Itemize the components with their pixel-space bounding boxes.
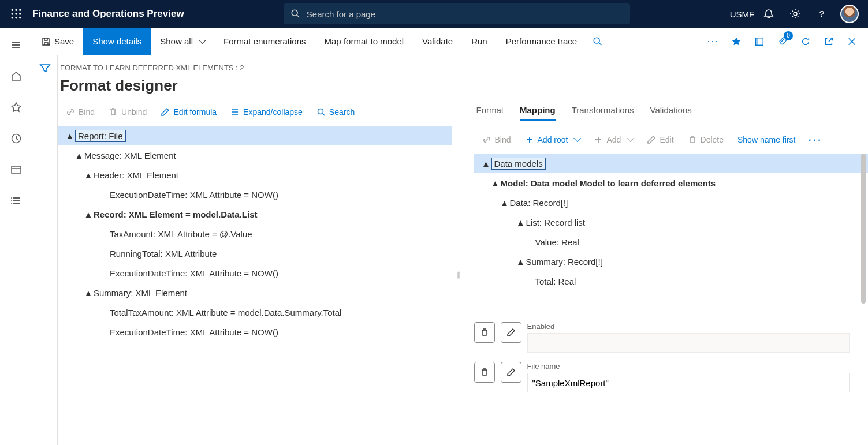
caret-icon[interactable]: ▲ xyxy=(83,210,94,219)
validate-button[interactable]: Validate xyxy=(413,28,462,55)
close-button[interactable] xyxy=(840,28,863,55)
nav-hamburger[interactable] xyxy=(7,36,25,54)
svg-point-0 xyxy=(12,9,13,11)
tree-node[interactable]: ▲Data models xyxy=(474,154,869,173)
tree-node[interactable]: Total: Real xyxy=(474,271,869,291)
tab-mapping[interactable]: Mapping xyxy=(520,104,556,121)
caret-icon[interactable]: ▲ xyxy=(83,288,94,298)
tree-node[interactable]: ▲Message: XML Element xyxy=(58,145,452,165)
settings-icon[interactable] xyxy=(783,0,808,28)
clear-enabled-button[interactable] xyxy=(474,322,495,343)
caret-icon[interactable]: ▲ xyxy=(83,170,94,180)
add-button: Add xyxy=(588,132,639,148)
bind-button: Bind xyxy=(476,132,517,148)
pane-splitter[interactable] xyxy=(456,104,461,445)
search-button[interactable]: Search xyxy=(311,104,360,120)
enabled-field[interactable] xyxy=(527,333,850,353)
caret-icon[interactable]: ▲ xyxy=(490,178,501,188)
performance-trace-button[interactable]: Performance trace xyxy=(497,28,586,55)
map-format-to-model-button[interactable]: Map format to model xyxy=(315,28,413,55)
overflow-menu[interactable]: ··· xyxy=(702,28,725,55)
link-icon xyxy=(66,107,75,117)
nav-modules-icon[interactable] xyxy=(7,192,25,210)
overflow-menu[interactable]: ··· xyxy=(803,132,826,147)
caret-icon[interactable]: ▲ xyxy=(516,218,526,227)
svg-point-16 xyxy=(11,200,12,201)
svg-point-9 xyxy=(292,10,297,16)
filename-label: File name xyxy=(527,362,850,371)
unbind-button: Unbind xyxy=(103,104,152,120)
tree-node[interactable]: ▲Summary: Record[!] xyxy=(474,252,869,271)
app-launcher[interactable] xyxy=(5,0,28,28)
svg-text:?: ? xyxy=(819,9,824,18)
office-icon[interactable] xyxy=(748,28,771,55)
tree-node[interactable]: ▲Summary: XML Element xyxy=(58,283,452,302)
tree-node[interactable]: ▲Report: File xyxy=(58,126,452,145)
user-avatar[interactable] xyxy=(840,5,859,23)
find-button[interactable] xyxy=(586,28,609,55)
edit-button: Edit xyxy=(641,132,679,148)
edit-filename-button[interactable] xyxy=(501,362,521,383)
chevron-down-icon xyxy=(624,135,633,144)
mapping-tree[interactable]: ▲Data models ▲Model: Data model Model to… xyxy=(474,154,869,291)
format-tree[interactable]: ▲Report: File ▲Message: XML Element ▲Hea… xyxy=(58,126,452,342)
tree-node[interactable]: TaxAmount: XML Attribute = @.Value xyxy=(58,224,452,244)
svg-point-11 xyxy=(794,12,797,16)
plus-icon xyxy=(594,135,603,144)
refresh-button[interactable] xyxy=(794,28,817,55)
tree-node[interactable]: ▲Record: XML Element = model.Data.List xyxy=(58,204,452,224)
attachments-button[interactable]: 0 xyxy=(771,28,794,55)
run-button[interactable]: Run xyxy=(462,28,497,55)
options-icon[interactable] xyxy=(725,28,748,55)
tree-node[interactable]: ▲Header: XML Element xyxy=(58,165,452,185)
tree-node[interactable]: Value: Real xyxy=(474,232,869,252)
tree-node[interactable]: ▲List: Record list xyxy=(474,212,869,232)
filter-icon[interactable] xyxy=(39,62,51,445)
caret-icon[interactable]: ▲ xyxy=(481,159,491,169)
tree-node[interactable]: ExecutionDateTime: XML Attribute = NOW() xyxy=(58,322,452,342)
notifications-icon[interactable] xyxy=(756,0,781,28)
pencil-icon xyxy=(506,328,516,337)
clear-filename-button[interactable] xyxy=(474,362,495,383)
caret-icon[interactable]: ▲ xyxy=(516,257,526,267)
global-search[interactable] xyxy=(284,3,630,24)
caret-icon[interactable]: ▲ xyxy=(500,198,510,208)
plus-icon xyxy=(525,135,534,144)
help-icon[interactable]: ? xyxy=(809,0,835,28)
show-details-button[interactable]: Show details xyxy=(83,28,151,55)
show-all-button[interactable]: Show all xyxy=(151,28,214,55)
nav-recent-icon[interactable] xyxy=(7,129,25,148)
popout-button[interactable] xyxy=(817,28,840,55)
tab-validations[interactable]: Validations xyxy=(650,104,691,121)
tree-node[interactable]: ▲Model: Data model Model to learn deferr… xyxy=(474,173,869,193)
tree-node[interactable]: TotalTaxAmount: XML Attribute = model.Da… xyxy=(58,302,452,322)
nav-workspaces-icon[interactable] xyxy=(7,160,25,179)
format-enumerations-button[interactable]: Format enumerations xyxy=(214,28,315,55)
global-search-input[interactable] xyxy=(307,9,623,19)
caret-icon[interactable]: ▲ xyxy=(65,131,75,141)
tab-transformations[interactable]: Transformations xyxy=(572,104,634,121)
tree-node[interactable]: ExecutionDateTime: XML Attribute = NOW() xyxy=(58,185,452,204)
edit-enabled-button[interactable] xyxy=(501,322,521,343)
expand-collapse-button[interactable]: Expand/collapse xyxy=(225,104,308,120)
filename-field[interactable] xyxy=(527,373,850,392)
svg-point-8 xyxy=(19,17,21,18)
nav-home-icon[interactable] xyxy=(7,67,25,85)
svg-point-7 xyxy=(15,17,17,18)
svg-point-5 xyxy=(19,13,21,14)
show-name-first-button[interactable]: Show name first xyxy=(732,132,801,148)
add-root-button[interactable]: Add root xyxy=(519,132,586,148)
edit-formula-button[interactable]: Edit formula xyxy=(155,104,222,120)
tree-node[interactable]: RunningTotal: XML Attribute xyxy=(58,244,452,263)
nav-favorites-icon[interactable] xyxy=(7,98,25,117)
save-button[interactable]: Save xyxy=(32,28,83,55)
tree-node[interactable]: ▲Data: Record[!] xyxy=(474,193,869,212)
svg-line-22 xyxy=(322,114,325,116)
company-picker[interactable]: USMF xyxy=(729,0,755,28)
svg-point-21 xyxy=(318,109,323,114)
scrollbar[interactable] xyxy=(861,154,866,304)
caret-icon[interactable]: ▲ xyxy=(74,151,84,160)
trash-icon xyxy=(688,135,697,144)
tree-node[interactable]: ExecutionDateTime: XML Attribute = NOW() xyxy=(58,263,452,283)
tab-format[interactable]: Format xyxy=(476,104,504,121)
